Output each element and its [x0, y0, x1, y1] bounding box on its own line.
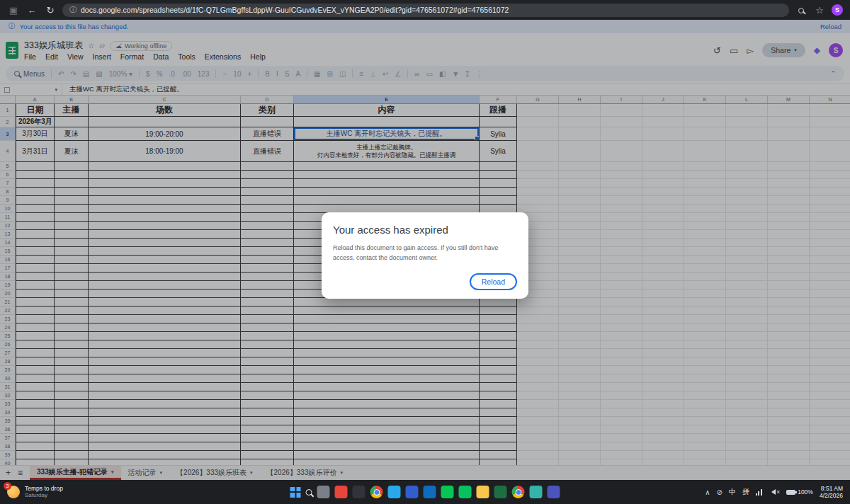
excel-icon[interactable]: [494, 486, 507, 498]
battery-icon: [786, 490, 795, 495]
search-tabs-icon[interactable]: [795, 5, 808, 16]
chrome-profile-icon[interactable]: [335, 486, 348, 498]
search-icon[interactable]: [306, 486, 312, 498]
taskbar: 3 Temps to drop Saturday ∧ ⊘ 中 拼 × 100% …: [0, 480, 850, 504]
outlook-icon[interactable]: [424, 486, 436, 498]
dialog-body: Reload this document to gain access. If …: [333, 244, 517, 263]
do-not-disturb-icon[interactable]: ⊘: [717, 488, 722, 496]
start-icon[interactable]: [290, 487, 301, 498]
page: ⓘ Your access to this file has changed. …: [0, 20, 850, 480]
chrome-icon[interactable]: [370, 486, 383, 498]
ime-lang-icon[interactable]: 中: [729, 487, 736, 497]
address-bar[interactable]: ⓘ docs.google.com/spreadsheets/d/1fC-Q7L…: [62, 4, 789, 17]
network-icon[interactable]: [756, 489, 762, 496]
notification-badge: 3: [4, 482, 11, 490]
ime-mode-icon[interactable]: 拼: [742, 487, 749, 497]
dialog-reload-button[interactable]: Reload: [470, 273, 517, 290]
battery-indicator[interactable]: 100%: [786, 488, 813, 496]
volume-muted-icon[interactable]: ×: [769, 488, 780, 496]
taskbar-apps: [290, 486, 560, 498]
site-info-icon[interactable]: ⓘ: [69, 5, 76, 15]
mail-icon[interactable]: [406, 486, 419, 498]
weather-subtitle: Saturday: [25, 492, 63, 498]
back-icon[interactable]: ←: [26, 5, 38, 16]
chrome-2-icon[interactable]: [512, 486, 525, 498]
terminal-icon[interactable]: [353, 486, 366, 498]
reload-icon[interactable]: ↻: [44, 5, 57, 16]
window-icon: ▣: [7, 5, 20, 16]
url-text: docs.google.com/spreadsheets/d/1fC-Q7LGm…: [81, 6, 509, 14]
dialog-title: Your access has expired: [333, 224, 517, 236]
browser-profile-avatar[interactable]: S: [832, 4, 843, 16]
weather-title: Temps to drop: [25, 486, 63, 493]
teams-icon[interactable]: [548, 486, 560, 498]
wechat-icon[interactable]: [459, 486, 472, 498]
file-explorer-icon[interactable]: [477, 486, 489, 498]
screen: ▣ ← ↻ ⓘ docs.google.com/spreadsheets/d/1…: [0, 0, 850, 504]
browser-toolbar: ▣ ← ↻ ⓘ docs.google.com/spreadsheets/d/1…: [0, 0, 850, 20]
weather-icon: 3: [7, 486, 20, 498]
edge-icon[interactable]: [530, 486, 543, 498]
task-view-icon[interactable]: [317, 486, 330, 498]
access-expired-dialog: Your access has expired Reload this docu…: [322, 212, 528, 299]
line-icon[interactable]: [441, 486, 454, 498]
weather-widget[interactable]: 3 Temps to drop Saturday: [7, 486, 63, 499]
system-tray: ∧ ⊘ 中 拼 × 100% 8:51 AM 4/2/2026: [705, 485, 843, 499]
hidden-icons-chevron[interactable]: ∧: [705, 488, 710, 496]
taskbar-clock[interactable]: 8:51 AM 4/2/2026: [820, 485, 843, 499]
bookmark-star-icon[interactable]: ☆: [813, 5, 826, 16]
telegram-icon[interactable]: [388, 486, 401, 498]
